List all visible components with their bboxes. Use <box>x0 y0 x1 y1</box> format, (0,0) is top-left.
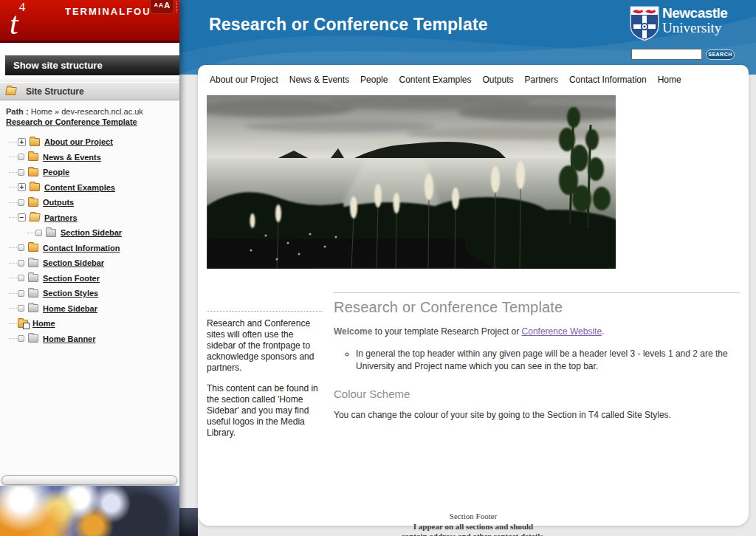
tree-item[interactable]: Home Sidebar <box>0 301 179 317</box>
tree-item[interactable]: Partners <box>0 210 179 226</box>
tree-item[interactable]: Content Examples <box>0 180 179 196</box>
tree-item[interactable]: Home <box>0 316 179 331</box>
tree-item-label[interactable]: Outputs <box>43 198 74 207</box>
t4-logo-t: t <box>10 7 18 41</box>
tree-item-label[interactable]: Section Footer <box>43 274 100 283</box>
font-small-button[interactable]: A <box>154 1 158 9</box>
font-medium-button[interactable]: A <box>159 1 164 9</box>
folder-icon[interactable] <box>28 244 38 252</box>
site-preview-panel: Research or Conference Template Newcastl… <box>179 0 756 536</box>
search-input[interactable] <box>631 49 702 60</box>
tree-expander-icon[interactable] <box>18 260 24 267</box>
folder-icon[interactable] <box>18 320 28 328</box>
tree-item[interactable]: Home Banner <box>0 331 179 347</box>
tree-connector <box>9 187 17 188</box>
tree-item[interactable]: Section Footer <box>0 271 179 286</box>
tree-expander-icon[interactable] <box>18 275 24 281</box>
nav-item[interactable]: Partners <box>525 75 558 85</box>
nav-item[interactable]: Outputs <box>483 75 514 85</box>
screenshot-root: t4 TERMINALFOU A A A Show site structure… <box>0 0 756 536</box>
tree-expander-icon[interactable] <box>18 244 24 251</box>
tree-expander-icon[interactable] <box>18 335 24 342</box>
nav-item[interactable]: About our Project <box>210 75 278 85</box>
folder-icon[interactable] <box>46 229 56 237</box>
tree-item-label[interactable]: People <box>43 168 69 176</box>
tree-item-label[interactable]: Home Banner <box>43 334 96 343</box>
colour-scheme-paragraph: You can change the colour of your site b… <box>334 409 740 421</box>
tree-item[interactable]: Contact Information <box>0 241 179 256</box>
newcastle-university-logo[interactable]: Newcastle University <box>630 6 727 41</box>
info-list-item: In general the top header within any giv… <box>356 348 729 373</box>
info-list: In general the top header within any giv… <box>356 348 740 373</box>
tree-expander-icon[interactable] <box>18 199 24 206</box>
tree-item-label[interactable]: Home <box>32 319 55 328</box>
folder-icon[interactable] <box>30 138 40 146</box>
background-image-stained-glass <box>0 486 179 536</box>
folder-icon[interactable] <box>28 274 38 282</box>
banner-photo-coastal-islands <box>207 95 616 269</box>
folder-icon[interactable] <box>28 304 38 312</box>
tree-item-label[interactable]: About our Project <box>44 137 113 146</box>
tree-connector <box>9 278 17 278</box>
tree-connector <box>9 157 17 157</box>
tree-item-label[interactable]: Section Sidebar <box>61 228 122 237</box>
tree-item-label[interactable]: News & Events <box>43 153 101 162</box>
folder-icon[interactable] <box>28 199 38 207</box>
site-structure-tree: About our Project News & Events People C… <box>0 131 179 346</box>
tree-expander-icon[interactable] <box>18 154 24 160</box>
horizontal-scrollbar[interactable] <box>1 475 177 485</box>
t4-header: t4 TERMINALFOU A A A <box>0 0 179 43</box>
folder-icon[interactable] <box>29 213 41 221</box>
university-name-line2: University <box>662 21 727 35</box>
tree-expander-icon[interactable] <box>18 213 26 221</box>
tree-item[interactable]: Section Sidebar <box>0 255 179 271</box>
nav-item[interactable]: People <box>360 75 388 85</box>
tree-item[interactable]: News & Events <box>0 150 179 165</box>
folder-icon[interactable] <box>28 153 38 161</box>
section-footer: Section Footer I appear on all sections … <box>198 512 749 536</box>
tree-expander-icon[interactable] <box>18 138 26 146</box>
tree-connector <box>9 247 17 248</box>
tree-item[interactable]: Outputs <box>0 195 179 210</box>
tree-expander-icon[interactable] <box>18 305 24 312</box>
nav-item[interactable]: News & Events <box>289 75 349 85</box>
conference-website-link[interactable]: Conference Website <box>522 326 602 337</box>
welcome-bold: Welcome <box>334 326 372 337</box>
tree-expander-icon[interactable] <box>18 183 26 191</box>
tree-item-label[interactable]: Content Examples <box>44 183 115 192</box>
folder-icon[interactable] <box>28 168 38 176</box>
tree-item-label[interactable]: Home Sidebar <box>43 304 97 313</box>
tree-item[interactable]: Section Sidebar <box>0 225 179 241</box>
font-size-controls[interactable]: A A A <box>150 0 174 14</box>
folder-icon[interactable] <box>28 289 38 298</box>
nav-item[interactable]: Contact Information <box>569 75 647 85</box>
site-structure-header: Site Structure <box>0 82 179 100</box>
tree-expander-icon[interactable] <box>35 230 42 236</box>
welcome-end: . <box>602 326 604 337</box>
tree-item-label[interactable]: Partners <box>44 213 78 222</box>
tree-item[interactable]: People <box>0 165 179 180</box>
t4-cms-panel: t4 TERMINALFOU A A A Show site structure… <box>0 0 179 536</box>
tree-item-label[interactable]: Section Sidebar <box>43 258 104 267</box>
tree-expander-icon[interactable] <box>18 290 24 297</box>
footer-line-2: I appear on all sections and should <box>198 522 749 532</box>
tree-connector <box>9 217 17 218</box>
tree-connector <box>27 233 35 233</box>
folder-icon[interactable] <box>28 259 38 267</box>
tree-item-label[interactable]: Contact Information <box>43 244 120 252</box>
search-button[interactable]: SEARCH <box>706 49 735 60</box>
tree-item[interactable]: About our Project <box>0 134 179 150</box>
path-current-section[interactable]: Research or Conference Template <box>6 117 173 127</box>
sidebar-paragraph-1: Research and Conference sites will often… <box>207 318 323 374</box>
path-trail[interactable]: Home » dev-research.ncl.ac.uk <box>31 107 143 116</box>
show-site-structure-button[interactable]: Show site structure <box>5 55 179 75</box>
tree-item[interactable]: Section Styles <box>0 286 179 301</box>
folder-icon[interactable] <box>30 183 40 191</box>
sidebar-paragraph-2: This content can be found in the section… <box>207 383 323 439</box>
nav-item[interactable]: Content Examples <box>399 75 471 85</box>
folder-icon[interactable] <box>28 334 38 343</box>
tree-expander-icon[interactable] <box>18 169 24 176</box>
tree-item-label[interactable]: Section Styles <box>43 289 98 298</box>
nav-item[interactable]: Home <box>658 75 681 85</box>
font-large-button[interactable]: A <box>164 1 170 9</box>
